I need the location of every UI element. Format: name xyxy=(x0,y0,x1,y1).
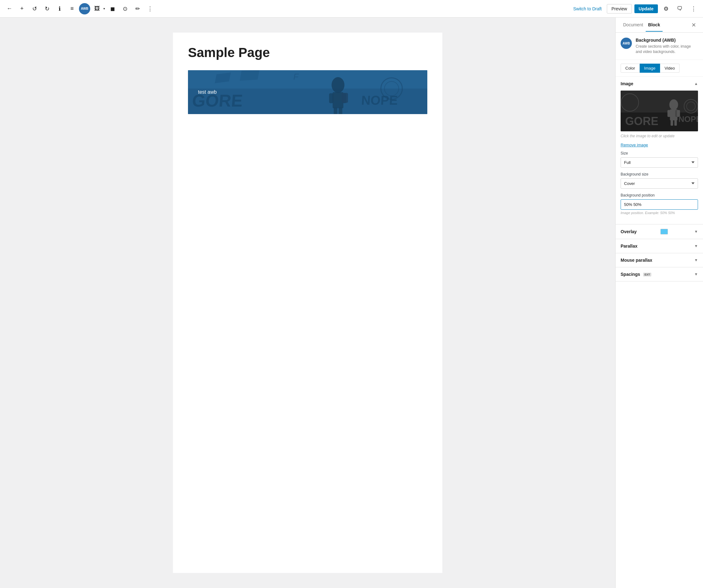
bg-position-field-group: Background position Image position. Exam… xyxy=(621,193,698,215)
image-section: Image ▲ GORE xyxy=(616,77,703,224)
awb-block[interactable]: GORE NOPE xyxy=(188,70,427,114)
tag-icon: ⊙ xyxy=(123,5,128,12)
block-name: Background (AWB) xyxy=(636,38,698,43)
undo-button[interactable]: ↺ xyxy=(29,3,40,14)
pen-button[interactable]: ✏ xyxy=(132,3,143,14)
image-section-header[interactable]: Image ▲ xyxy=(616,77,703,91)
awb-block-label: test awb xyxy=(198,89,217,95)
back-icon: ← xyxy=(7,5,12,12)
overlay-section: Overlay ▼ xyxy=(616,224,703,239)
size-select[interactable]: Full Large Medium Thumbnail xyxy=(621,157,698,168)
parallax-section-title: Parallax xyxy=(621,243,637,248)
parallax-section: Parallax ▼ xyxy=(616,239,703,253)
bg-size-select[interactable]: Cover Contain Auto xyxy=(621,178,698,189)
image-preview-inner: GORE NOPE xyxy=(621,91,698,131)
toolbar: ← + ↺ ↻ ℹ ≡ AWB 🖼 ▾ ◼ ⊙ ✏ ⋮ Switch to Dr… xyxy=(0,0,703,17)
block-type-tabs: Color Image Video xyxy=(616,60,703,77)
parallax-section-chevron: ▼ xyxy=(694,244,698,248)
svg-rect-21 xyxy=(668,110,671,117)
page-title: Sample Page xyxy=(188,45,427,60)
overlay-section-header[interactable]: Overlay ▼ xyxy=(616,224,703,239)
block-icon: AWB xyxy=(621,38,632,49)
bg-position-hint: Image position. Example: 50% 50% xyxy=(621,211,698,215)
preview-button[interactable]: Preview xyxy=(607,4,632,13)
overlay-color-swatch[interactable] xyxy=(660,229,668,234)
overflow-icon: ⋮ xyxy=(691,5,696,12)
block-info-text: Background (AWB) Create sections with co… xyxy=(636,38,698,55)
ext-badge: EXT xyxy=(643,273,651,277)
editor-canvas: Sample Page GORE xyxy=(0,17,615,588)
size-field-group: Size Full Large Medium Thumbnail xyxy=(621,151,698,168)
image-button[interactable]: 🖼 xyxy=(91,3,103,14)
parallax-section-header[interactable]: Parallax ▼ xyxy=(616,239,703,253)
add-block-button[interactable]: + xyxy=(16,3,27,14)
svg-text:GORE: GORE xyxy=(625,115,658,128)
image-caption: Click the image to edit or update xyxy=(621,134,698,138)
bg-size-label: Background size xyxy=(621,172,698,176)
comments-icon: 🗨 xyxy=(677,5,683,12)
list-icon: ≡ xyxy=(71,5,74,12)
switch-draft-button[interactable]: Switch to Draft xyxy=(571,4,604,13)
redo-icon: ↻ xyxy=(45,5,50,12)
overlay-section-chevron: ▼ xyxy=(694,229,698,234)
add-icon: + xyxy=(20,5,24,12)
overflow-menu-button[interactable]: ⋮ xyxy=(688,3,699,14)
spacings-title: Spacings EXT xyxy=(621,272,651,277)
settings-button[interactable]: ⚙ xyxy=(660,3,672,14)
graffiti-overlay xyxy=(188,70,427,114)
mouse-parallax-chevron: ▼ xyxy=(694,258,698,262)
image-section-chevron-up: ▲ xyxy=(694,81,698,86)
undo-icon: ↺ xyxy=(32,5,37,12)
image-section-title: Image xyxy=(621,81,633,86)
image-preview[interactable]: GORE NOPE xyxy=(621,91,698,131)
bg-size-field-group: Background size Cover Contain Auto xyxy=(621,172,698,189)
svg-point-18 xyxy=(670,99,678,110)
mouse-parallax-title: Mouse parallax xyxy=(621,258,652,263)
update-button[interactable]: Update xyxy=(634,4,658,13)
spacings-section: Spacings EXT ▼ xyxy=(616,267,703,282)
more-toolbar-button[interactable]: ⋮ xyxy=(144,3,156,14)
settings-icon: ⚙ xyxy=(663,5,669,12)
square-button[interactable]: ◼ xyxy=(107,3,118,14)
color-tab-button[interactable]: Color xyxy=(621,64,640,73)
preview-svg: GORE NOPE xyxy=(621,91,698,131)
awb-toolbar-icon[interactable]: AWB xyxy=(79,3,90,14)
panel-close-button[interactable]: ✕ xyxy=(689,21,698,29)
video-tab-button[interactable]: Video xyxy=(660,64,680,73)
spacings-section-header[interactable]: Spacings EXT ▼ xyxy=(616,267,703,281)
info-button[interactable]: ℹ xyxy=(54,3,65,14)
image-tab-button[interactable]: Image xyxy=(640,64,660,73)
image-toolbar-group: 🖼 ▾ xyxy=(91,3,105,14)
size-label: Size xyxy=(621,151,698,155)
tab-document[interactable]: Document xyxy=(621,18,646,32)
square-icon: ◼ xyxy=(110,5,115,12)
close-icon: ✕ xyxy=(691,22,696,28)
block-description: Create sections with color, image and vi… xyxy=(636,44,698,55)
editor-content: Sample Page GORE xyxy=(173,32,442,573)
overlay-section-title: Overlay xyxy=(621,229,637,234)
list-view-button[interactable]: ≡ xyxy=(66,3,78,14)
bg-position-input[interactable] xyxy=(621,199,698,210)
bg-position-label: Background position xyxy=(621,193,698,198)
image-dropdown-arrow[interactable]: ▾ xyxy=(103,7,105,10)
more-toolbar-icon: ⋮ xyxy=(147,5,153,12)
info-icon: ℹ xyxy=(59,5,61,12)
mouse-parallax-section-header[interactable]: Mouse parallax ▼ xyxy=(616,253,703,267)
svg-rect-24 xyxy=(675,120,677,126)
main-area: Sample Page GORE xyxy=(0,17,703,588)
tag-button[interactable]: ⊙ xyxy=(120,3,131,14)
back-button[interactable]: ← xyxy=(4,3,15,14)
comments-button[interactable]: 🗨 xyxy=(674,3,686,14)
right-panel: Document Block ✕ AWB Background (AWB) Cr… xyxy=(615,17,703,588)
image-section-content: GORE NOPE xyxy=(616,91,703,224)
tab-block[interactable]: Block xyxy=(646,18,662,32)
block-info: AWB Background (AWB) Create sections wit… xyxy=(616,32,703,60)
toolbar-right: Switch to Draft Preview Update ⚙ 🗨 ⋮ xyxy=(571,3,699,14)
remove-image-link[interactable]: Remove image xyxy=(621,143,648,147)
panel-tabs: Document Block ✕ xyxy=(616,17,703,32)
svg-rect-23 xyxy=(671,120,673,126)
image-icon: 🖼 xyxy=(94,5,100,12)
panel-body: AWB Background (AWB) Create sections wit… xyxy=(616,32,703,588)
redo-button[interactable]: ↻ xyxy=(42,3,53,14)
pen-icon: ✏ xyxy=(135,5,140,12)
